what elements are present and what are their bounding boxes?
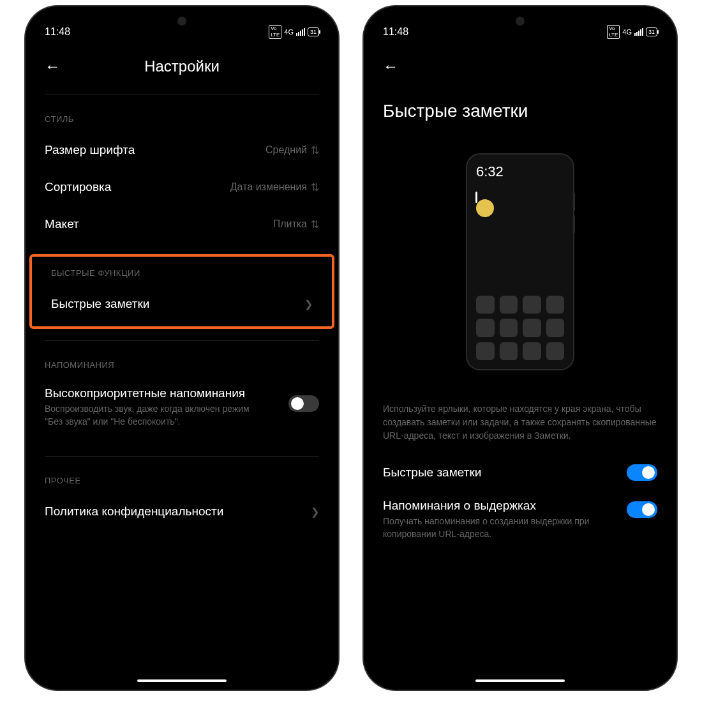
section-label-other: ПРОЧЕЕ — [26, 457, 338, 493]
updown-icon: ⇅ — [311, 218, 319, 231]
row-value: Дата изменения ⇅ — [230, 181, 319, 193]
row-value: Средний ⇅ — [265, 144, 319, 156]
finger-icon — [476, 199, 494, 217]
toggle-quick-notes[interactable] — [627, 464, 657, 481]
updown-icon: ⇅ — [311, 181, 319, 193]
signal-bars-icon — [296, 28, 305, 36]
row-label: Политика конфиденциальности — [45, 504, 223, 519]
phone-left: 11:48 VoLTE 4G 31 ← Настройки СТИЛЬ Разм… — [26, 6, 338, 690]
app-grid-icon — [476, 296, 564, 361]
row-label: Высокоприоритетные напоминания — [45, 386, 288, 400]
section-label-quick: БЫСТРЫЕ ФУНКЦИИ — [32, 257, 332, 285]
nav-bar[interactable] — [137, 679, 227, 682]
header: ← Настройки — [26, 45, 338, 95]
mini-side-button — [573, 193, 575, 211]
phone-right: 11:48 VoLTE 4G 31 ← Быстрые заметки 6:32… — [364, 6, 676, 690]
row-priority-reminders[interactable]: Высокоприоритетные напоминания Воспроизв… — [26, 377, 338, 437]
row-layout[interactable]: Макет Плитка ⇅ — [26, 206, 338, 243]
row-label: Размер шрифта — [45, 143, 135, 157]
highlight-box: БЫСТРЫЕ ФУНКЦИИ Быстрые заметки ❯ — [29, 254, 334, 329]
updown-icon: ⇅ — [311, 144, 319, 156]
row-label: Быстрые заметки — [383, 466, 627, 480]
status-icons: VoLTE 4G 31 — [269, 25, 319, 39]
illustration: 6:32 — [364, 134, 676, 396]
row-sort[interactable]: Сортировка Дата изменения ⇅ — [26, 169, 338, 206]
back-arrow-icon[interactable]: ← — [383, 57, 398, 75]
status-time: 11:48 — [383, 26, 408, 38]
row-desc: Получать напоминания о создании выдержки… — [383, 515, 600, 540]
section-label-style: СТИЛЬ — [26, 95, 338, 132]
row-label: Быстрые заметки — [51, 297, 149, 311]
row-value: Плитка ⇅ — [273, 218, 319, 231]
row-desc: Воспроизводить звук, даже когда включен … — [45, 403, 262, 428]
toggle-priority[interactable] — [288, 395, 319, 412]
battery-icon: 31 — [646, 27, 657, 36]
page-title: Настройки — [45, 57, 319, 75]
chevron-right-icon: ❯ — [304, 298, 313, 310]
network-type: 4G — [284, 28, 294, 36]
signal-bars-icon — [634, 28, 643, 36]
row-label: Сортировка — [45, 180, 111, 194]
header: ← — [364, 45, 676, 82]
row-excerpt-toggle[interactable]: Напоминания о выдержках Получать напомин… — [364, 490, 676, 549]
row-label: Напоминания о выдержках — [383, 499, 627, 513]
row-text: Напоминания о выдержках Получать напомин… — [383, 499, 627, 540]
row-text: Высокоприоритетные напоминания Воспроизв… — [45, 386, 288, 428]
row-quick-notes-toggle[interactable]: Быстрые заметки — [364, 455, 676, 490]
volte-icon: VoLTE — [607, 25, 620, 39]
status-icons: VoLTE 4G 31 — [607, 25, 657, 39]
edge-handle-icon — [475, 192, 477, 203]
row-quick-notes[interactable]: Быстрые заметки ❯ — [32, 285, 332, 322]
camera-notch — [177, 17, 186, 26]
camera-notch — [516, 17, 525, 26]
chevron-right-icon: ❯ — [311, 506, 319, 518]
nav-bar[interactable] — [475, 679, 565, 682]
mini-time: 6:32 — [476, 163, 564, 180]
battery-icon: 31 — [308, 27, 319, 36]
network-type: 4G — [622, 28, 632, 36]
row-font-size[interactable]: Размер шрифта Средний ⇅ — [26, 132, 338, 169]
page-title: Быстрые заметки — [364, 82, 676, 134]
status-time: 11:48 — [45, 26, 70, 38]
row-label: Макет — [45, 217, 79, 231]
row-text: Быстрые заметки — [383, 466, 627, 480]
toggle-excerpt[interactable] — [627, 501, 657, 518]
mini-side-button — [573, 215, 575, 233]
mini-phone: 6:32 — [466, 153, 574, 370]
feature-description: Используйте ярлыки, которые находятся у … — [364, 396, 676, 455]
row-privacy[interactable]: Политика конфиденциальности ❯ — [26, 493, 338, 530]
volte-icon: VoLTE — [269, 25, 281, 39]
section-label-reminders: НАПОМИНАНИЯ — [26, 341, 338, 377]
